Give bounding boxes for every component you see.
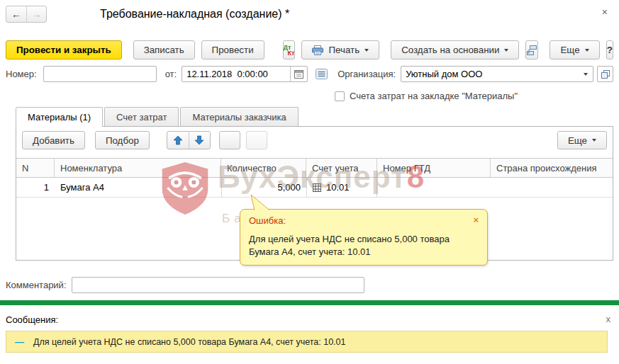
table-row[interactable]: 1 Бумага А4 5,000 10.01	[16, 178, 613, 198]
history-nav: ← →	[6, 6, 47, 23]
column-header-quantity[interactable]: Количество	[221, 159, 306, 177]
list-icon	[316, 69, 328, 79]
error-tooltip-title: Ошибка:	[249, 215, 286, 226]
comment-input[interactable]	[72, 277, 364, 293]
error-tooltip-close-icon[interactable]: ×	[473, 215, 479, 226]
organization-dropdown-button[interactable]	[579, 67, 593, 81]
tab-customer-materials[interactable]: Материалы заказчика	[180, 107, 298, 126]
cell-gtd[interactable]	[377, 178, 491, 197]
more-button[interactable]: Еще	[550, 40, 599, 59]
cell-quantity[interactable]: 5,000	[221, 178, 306, 197]
message-item[interactable]: — Для целей учета НДС не списано 5,000 т…	[6, 331, 608, 353]
grid-toolbar: Добавить Подбор Еще	[16, 127, 613, 154]
dropdown-caret-icon	[504, 49, 508, 52]
messages-title: Сообщения:	[6, 314, 58, 325]
arrow-up-icon	[173, 135, 183, 145]
cell-account[interactable]: 10.01	[306, 178, 377, 197]
header-fields: Номер: от: Организация:	[6, 66, 613, 82]
move-row-down-button[interactable]	[189, 132, 210, 149]
messages-close-button[interactable]: x	[606, 314, 611, 324]
message-dash-icon: —	[15, 336, 24, 347]
calendar-icon	[294, 69, 303, 79]
grid-more-button[interactable]: Еще	[557, 131, 607, 149]
column-header-nomenclature[interactable]: Номенклатура	[55, 159, 221, 177]
forward-button[interactable]: →	[26, 6, 46, 22]
structure-icon	[526, 45, 537, 56]
document-window: ← → Требование-накладная (создание) * × …	[0, 0, 619, 364]
cost-accounts-checkbox-row: Счета затрат на закладке "Материалы"	[335, 91, 518, 101]
date-field	[182, 66, 308, 82]
printer-icon	[312, 45, 323, 55]
window-close-button[interactable]: ×	[602, 7, 608, 17]
save-button[interactable]: Записать	[133, 40, 195, 59]
move-row-up-button[interactable]	[167, 132, 189, 149]
post-and-close-button[interactable]: Провести и закрыть	[6, 40, 122, 59]
error-tooltip: Ошибка: × Для целей учета НДС не списано…	[240, 209, 488, 266]
document-structure-button[interactable]	[525, 40, 538, 59]
cell-nomenclature[interactable]: Бумага А4	[55, 178, 221, 197]
dropdown-caret-icon	[585, 49, 589, 52]
cost-accounts-checkbox[interactable]	[335, 91, 345, 101]
cost-accounts-checkbox-label: Счета затрат на закладке "Материалы"	[350, 91, 518, 101]
message-text: Для целей учета НДС не списано 5,000 тов…	[33, 337, 346, 347]
cell-row-number[interactable]: 1	[16, 178, 55, 197]
open-link-icon	[601, 70, 610, 79]
post-button[interactable]: Провести	[201, 40, 264, 59]
tab-materials[interactable]: Материалы (1)	[16, 107, 103, 127]
column-header-n[interactable]: N	[16, 159, 55, 177]
account-grid-icon	[313, 183, 321, 192]
messages-splitter[interactable]	[0, 300, 619, 305]
date-input[interactable]	[182, 67, 290, 81]
organization-combo	[401, 66, 593, 82]
tab-cost-account[interactable]: Счет затрат	[104, 107, 179, 126]
column-header-gtd[interactable]: Номер ГТД	[377, 159, 491, 177]
organization-label: Организация:	[338, 69, 396, 79]
column-header-country[interactable]: Страна происхождения	[491, 159, 613, 177]
paste-rows-button[interactable]	[246, 131, 267, 149]
forward-arrow-icon: →	[32, 8, 42, 20]
dropdown-caret-icon	[592, 139, 596, 142]
print-button[interactable]: Печать	[301, 40, 379, 59]
materials-grid-panel: Добавить Подбор Еще N	[16, 126, 613, 261]
back-arrow-icon: ←	[11, 8, 21, 20]
dtkt-icon: ДтКт	[284, 45, 295, 56]
materials-table: N Номенклатура Количество Счет учета Ном…	[16, 158, 613, 198]
organization-input[interactable]	[401, 67, 579, 81]
number-input[interactable]	[43, 66, 157, 82]
date-label: от:	[165, 69, 177, 79]
arrow-down-icon	[194, 135, 204, 145]
dropdown-caret-icon	[364, 49, 369, 52]
organization-open-button[interactable]	[597, 66, 613, 82]
page-title: Требование-накладная (создание) *	[100, 8, 289, 21]
pick-button[interactable]: Подбор	[95, 131, 150, 149]
copy-rows-button[interactable]	[219, 131, 240, 149]
error-tooltip-text: Для целей учета НДС не списано 5,000 тов…	[249, 233, 479, 258]
dropdown-caret-icon	[584, 73, 588, 76]
calendar-button[interactable]	[290, 67, 307, 81]
tab-bar: Материалы (1) Счет затрат Материалы зака…	[16, 107, 300, 127]
add-row-button[interactable]: Добавить	[22, 131, 85, 149]
back-button[interactable]: ←	[6, 6, 26, 22]
create-based-on-button[interactable]: Создать на основании	[391, 40, 519, 59]
dtkt-postings-button[interactable]: ДтКт	[283, 40, 296, 59]
number-label: Номер:	[6, 69, 37, 79]
comment-row: Комментарий:	[6, 277, 364, 293]
comment-label: Комментарий:	[6, 280, 67, 290]
main-toolbar: Провести и закрыть Записать Провести ДтК…	[6, 40, 613, 59]
help-button[interactable]: ?	[606, 40, 613, 59]
move-row-group	[167, 131, 211, 149]
column-header-account[interactable]: Счет учета	[306, 159, 377, 177]
table-header-row: N Номенклатура Количество Счет учета Ном…	[16, 158, 613, 178]
document-list-button[interactable]	[316, 69, 328, 79]
cell-country[interactable]	[491, 178, 613, 197]
tooltip-tail	[250, 195, 272, 212]
